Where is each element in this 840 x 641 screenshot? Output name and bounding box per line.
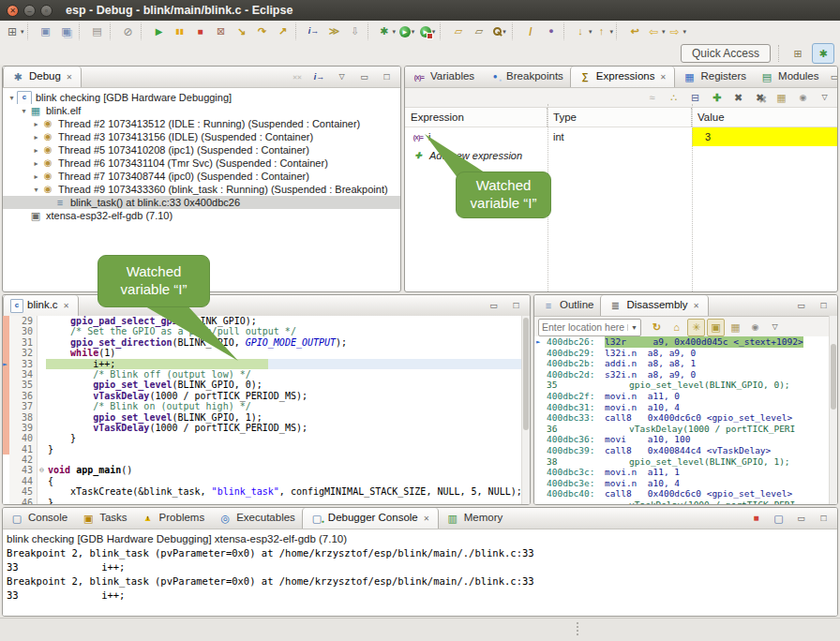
code-line[interactable]: 46 } <box>3 498 530 504</box>
debugger-console-output[interactable]: blink checking [GDB Hardware Debugging] … <box>3 529 837 616</box>
view-menu-icon[interactable] <box>333 68 351 86</box>
disassembly-line[interactable]: 400dbc40: call8 0x400dc6c0 <gpio_set_lev… <box>534 488 837 499</box>
disassembly-line[interactable]: 400dbc29: l32i.n a8, a9, 0 <box>534 348 837 359</box>
terminate-red-icon[interactable] <box>747 510 765 528</box>
fold-marker[interactable] <box>38 444 46 455</box>
location-input[interactable] <box>539 320 627 335</box>
save-icon[interactable] <box>36 22 56 42</box>
tab[interactable]: Memory <box>439 508 510 529</box>
close-tab-icon[interactable] <box>65 72 74 82</box>
tab[interactable]: Outline <box>534 295 600 316</box>
debug-perspective-icon[interactable] <box>812 43 834 64</box>
step-into-icon[interactable] <box>232 22 252 42</box>
disassembly-line[interactable]: 38 gpio_set_level(BLINK_GPIO, 1); <box>534 456 837 468</box>
expander-icon[interactable]: ▾ <box>7 94 17 102</box>
disassembly-line[interactable]: 400dbc2d: s32i.n a8, a9, 0 <box>534 369 837 380</box>
open-perspective-icon[interactable] <box>787 43 809 64</box>
code-line[interactable]: 38 gpio_set_level(BLINK_GPIO, 1); <box>3 412 530 423</box>
annotation-ruler[interactable] <box>3 444 9 455</box>
maximize-icon[interactable] <box>507 297 525 315</box>
code-line[interactable]: 30 /* Set the GPIO as a push/pull output… <box>3 326 530 336</box>
tab-blink-c[interactable]: blink.c <box>3 295 79 316</box>
fold-marker[interactable] <box>38 465 46 475</box>
annotation-ruler[interactable] <box>3 498 9 504</box>
fold-marker[interactable] <box>38 380 46 390</box>
disassembly-line[interactable]: 400dbc39: call8 0x400844c4 <vTaskDelay> <box>534 445 837 456</box>
tree-row[interactable]: ▸ Thread #5 1073410208 (ipc1) (Suspended… <box>3 143 400 157</box>
skip-breakpoints-icon[interactable] <box>118 22 139 42</box>
annotation-ruler[interactable] <box>3 359 9 369</box>
annotation-ruler[interactable] <box>3 348 9 358</box>
terminate-icon[interactable] <box>190 22 211 42</box>
close-tab-icon[interactable] <box>62 301 71 310</box>
remove-all-expressions-icon[interactable] <box>751 89 769 107</box>
annotation-ruler[interactable] <box>3 316 9 326</box>
disassembly-line[interactable]: 400dbc33: call8 0x400dc6c0 <gpio_set_lev… <box>534 412 837 424</box>
window-close-icon[interactable]: ✕ <box>7 5 19 17</box>
close-tab-icon[interactable] <box>658 72 668 82</box>
disassembly-line[interactable]: 400dbc36: movi a10, 100 <box>534 434 837 445</box>
code-line[interactable]: 37 /* Blink on (output high) */ <box>3 401 530 411</box>
minimize-icon[interactable] <box>792 510 810 528</box>
fold-marker[interactable] <box>38 401 46 411</box>
annotation-ruler[interactable] <box>3 369 9 380</box>
open-console-icon[interactable] <box>541 22 562 42</box>
expander-icon[interactable]: ▸ <box>31 172 41 181</box>
disassembly-line[interactable]: 400dbc31: movi.n a10, 4 <box>534 402 837 413</box>
tree-row[interactable]: xtensa-esp32-elf-gdb (7.10) <box>3 209 400 222</box>
view-menu-icon[interactable] <box>816 89 833 107</box>
annotation-ruler[interactable] <box>3 465 9 475</box>
step-over-icon[interactable] <box>252 22 273 42</box>
view-menu-icon[interactable] <box>766 319 784 336</box>
last-edit-location-icon[interactable] <box>624 22 645 42</box>
disconnect-icon[interactable] <box>211 22 232 42</box>
tree-row[interactable]: ▾ Thread #9 1073433360 (blink_task : Run… <box>3 183 400 196</box>
code-line[interactable]: 31 gpio_set_direction(BLINK_GPIO, GPIO_M… <box>3 337 530 348</box>
fold-marker[interactable] <box>38 476 46 486</box>
instruction-stepping-icon[interactable] <box>310 68 328 86</box>
code-line[interactable]: 32 while(1) <box>3 348 530 358</box>
annotation-ruler[interactable] <box>3 412 9 423</box>
tab[interactable]: Debugger Console <box>302 508 439 529</box>
expander-icon[interactable]: ▸ <box>31 146 41 155</box>
maximize-icon[interactable] <box>815 510 832 528</box>
code-line[interactable]: 42 <box>3 455 530 465</box>
step-return-icon[interactable] <box>273 22 293 42</box>
search-icon[interactable] <box>489 22 510 42</box>
new-view-icon[interactable] <box>727 319 744 336</box>
pin-view-icon[interactable] <box>746 319 764 336</box>
fold-marker[interactable] <box>38 316 46 326</box>
code-line[interactable]: 45 xTaskCreate(&blink_task, "blink_task"… <box>3 486 530 497</box>
fold-marker[interactable] <box>38 326 46 336</box>
tree-row[interactable]: ▸ Thread #7 1073408744 (ipc0) (Suspended… <box>3 170 400 183</box>
code-line[interactable]: 44 { <box>3 476 530 486</box>
previous-annotation-icon[interactable] <box>593 22 615 42</box>
window-maximize-icon[interactable]: ▫ <box>40 5 52 17</box>
track-icon[interactable] <box>707 319 725 336</box>
code-line[interactable]: 39 vTaskDelay(1000 / portTICK_PERIOD_MS)… <box>3 423 530 433</box>
disassembly-line[interactable]: 35 gpio_set_level(BLINK_GPIO, 0); <box>534 380 837 391</box>
annotation-ruler[interactable] <box>3 326 9 336</box>
disassembly-line[interactable]: 400dbc2f: movi.n a11, 0 <box>534 391 837 402</box>
disassembly-line[interactable]: 36 vTaskDelay(1000 / portTICK_PERI <box>534 424 837 435</box>
annotation-ruler[interactable] <box>3 433 9 443</box>
remove-terminated-icon[interactable] <box>288 68 306 86</box>
debug-tool-icon[interactable] <box>376 22 398 42</box>
disassembly-line[interactable]: 400dbc3e: movi.n a10, 4 <box>534 478 837 489</box>
show-type-names-icon[interactable] <box>643 89 661 107</box>
forward-icon[interactable] <box>667 22 688 42</box>
minimize-icon[interactable] <box>485 297 502 315</box>
home-icon[interactable] <box>668 319 685 336</box>
tab[interactable]: Executables <box>211 508 302 529</box>
tab[interactable]: Tasks <box>74 508 133 529</box>
drop-to-frame-icon[interactable] <box>345 22 366 42</box>
external-tools-icon[interactable] <box>417 22 438 42</box>
tab-debug[interactable]: Debug <box>3 67 82 87</box>
code-line[interactable]: 35 gpio_set_level(BLINK_GPIO, 0); <box>3 380 530 390</box>
fold-marker[interactable] <box>38 433 46 443</box>
quick-access-button[interactable]: Quick Access <box>681 44 771 63</box>
fold-marker[interactable] <box>38 359 46 369</box>
suspend-icon[interactable] <box>170 22 190 42</box>
save-all-icon[interactable] <box>56 22 77 42</box>
fold-marker[interactable] <box>38 498 46 504</box>
